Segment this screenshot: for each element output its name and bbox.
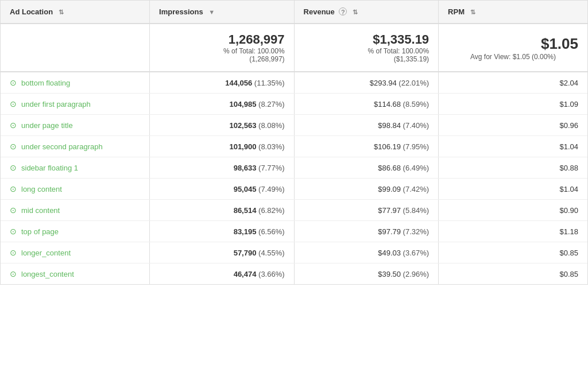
revenue-pct: (6.49%) — [403, 164, 430, 172]
location-name[interactable]: top of page — [21, 227, 59, 236]
sort-icon-impressions: ▼ — [208, 9, 215, 16]
revenue-pct: (7.40%) — [403, 121, 430, 130]
summary-impressions-cell: 1,268,997 % of Total: 100.00% (1,268,997… — [150, 24, 295, 72]
revenue-pct: (7.95%) — [403, 142, 430, 151]
sort-icon-ad-location: ⇅ — [59, 9, 64, 16]
revenue-value: $77.97 — [378, 206, 401, 215]
summary-revenue-sub1: % of Total: 100.00% — [304, 47, 430, 55]
location-name[interactable]: longer_content — [21, 249, 71, 257]
summary-empty-cell — [1, 24, 150, 72]
ad-location-cell: ⊙ top of page — [1, 221, 150, 242]
impressions-pct: (3.66%) — [258, 270, 285, 278]
revenue-cell: $99.09 (7.42%) — [294, 179, 439, 200]
revenue-value: $98.84 — [378, 121, 401, 130]
location-name[interactable]: bottom floating — [21, 79, 70, 87]
col-header-revenue[interactable]: Revenue ? ⇅ — [294, 1, 439, 24]
summary-revenue-cell: $1,335.19 % of Total: 100.00% ($1,335.19… — [294, 24, 439, 72]
summary-row: 1,268,997 % of Total: 100.00% (1,268,997… — [1, 24, 587, 72]
location-name[interactable]: under first paragraph — [21, 100, 91, 108]
rpm-value: $0.88 — [559, 164, 578, 172]
impressions-value: 95,045 — [234, 185, 257, 193]
revenue-pct: (7.32%) — [403, 227, 430, 236]
impressions-pct: (8.08%) — [258, 121, 285, 130]
table-row: ⊙ sidebar floating 1 98,633 (7.77%)$86.6… — [1, 157, 587, 179]
summary-rpm-main: $1.05 — [448, 35, 578, 53]
ad-location-cell: ⊙ long content — [1, 179, 150, 200]
impressions-cell: 101,900 (8.03%) — [150, 136, 295, 157]
location-name[interactable]: sidebar floating 1 — [21, 164, 78, 172]
clock-icon: ⊙ — [10, 163, 17, 172]
impressions-pct: (11.35%) — [254, 79, 285, 87]
summary-impressions-sub2: (1,268,997) — [159, 55, 285, 63]
summary-revenue-sub2: ($1,335.19) — [304, 55, 430, 63]
clock-icon: ⊙ — [10, 206, 17, 215]
clock-icon: ⊙ — [10, 99, 17, 108]
col-header-ad-location[interactable]: Ad Location ⇅ — [1, 1, 150, 24]
impressions-pct: (6.56%) — [258, 227, 285, 236]
location-name[interactable]: under second paragraph — [21, 142, 103, 151]
revenue-value: $86.68 — [378, 164, 401, 172]
clock-icon: ⊙ — [10, 184, 17, 193]
revenue-cell: $97.79 (7.32%) — [294, 221, 439, 242]
table-header: Ad Location ⇅ Impressions ▼ Revenue ? ⇅ … — [1, 1, 587, 24]
impressions-value: 46,474 — [234, 270, 257, 278]
revenue-cell: $39.50 (2.96%) — [294, 264, 439, 285]
rpm-cell: $0.90 — [439, 200, 587, 221]
revenue-value: $293.94 — [370, 79, 397, 87]
location-name[interactable]: mid content — [21, 206, 60, 215]
clock-icon: ⊙ — [10, 78, 17, 87]
clock-icon: ⊙ — [10, 269, 17, 278]
revenue-cell: $86.68 (6.49%) — [294, 157, 439, 179]
clock-icon: ⊙ — [10, 142, 17, 151]
summary-impressions-sub1: % of Total: 100.00% — [159, 47, 285, 55]
impressions-cell: 144,056 (11.35%) — [150, 72, 295, 94]
revenue-value: $99.09 — [378, 185, 401, 193]
location-name[interactable]: long content — [21, 185, 62, 193]
summary-revenue-main: $1,335.19 — [304, 32, 430, 47]
impressions-pct: (7.77%) — [258, 164, 285, 172]
col-header-rpm[interactable]: RPM ⇅ — [439, 1, 587, 24]
revenue-cell: $98.84 (7.40%) — [294, 115, 439, 136]
ad-location-cell: ⊙ longest_content — [1, 264, 150, 285]
impressions-value: 144,056 — [225, 79, 252, 87]
revenue-value: $49.03 — [378, 249, 401, 257]
revenue-cell: $106.19 (7.95%) — [294, 136, 439, 157]
table-row: ⊙ under second paragraph 101,900 (8.03%)… — [1, 136, 587, 157]
rpm-value: $1.09 — [559, 100, 578, 108]
impressions-cell: 86,514 (6.82%) — [150, 200, 295, 221]
revenue-pct: (8.59%) — [403, 100, 430, 108]
impressions-value: 104,985 — [229, 100, 256, 108]
ad-location-cell: ⊙ under second paragraph — [1, 136, 150, 157]
ad-location-cell: ⊙ under page title — [1, 115, 150, 136]
rpm-value: $1.04 — [559, 142, 578, 151]
impressions-cell: 104,985 (8.27%) — [150, 94, 295, 115]
revenue-pct: (22.01%) — [399, 79, 429, 87]
rpm-cell: $0.85 — [439, 264, 587, 285]
revenue-pct: (2.96%) — [403, 270, 430, 278]
impressions-cell: 46,474 (3.66%) — [150, 264, 295, 285]
impressions-value: 83,195 — [234, 227, 257, 236]
rpm-cell: $0.96 — [439, 115, 587, 136]
ad-location-cell: ⊙ longer_content — [1, 242, 150, 264]
rpm-value: $1.04 — [559, 185, 578, 193]
revenue-value: $106.19 — [374, 142, 401, 151]
revenue-value: $97.79 — [378, 227, 401, 236]
revenue-pct: (7.42%) — [403, 185, 430, 193]
rpm-value: $2.04 — [559, 79, 578, 87]
location-name[interactable]: under page title — [21, 121, 73, 130]
rpm-cell: $1.18 — [439, 221, 587, 242]
col-header-impressions[interactable]: Impressions ▼ — [150, 1, 295, 24]
ad-location-cell: ⊙ bottom floating — [1, 72, 150, 94]
location-name[interactable]: longest_content — [21, 270, 74, 278]
impressions-value: 101,900 — [229, 142, 256, 151]
rpm-value: $1.18 — [559, 227, 578, 236]
table-row: ⊙ longest_content 46,474 (3.66%)$39.50 (… — [1, 264, 587, 285]
impressions-cell: 98,633 (7.77%) — [150, 157, 295, 179]
impressions-cell: 83,195 (6.56%) — [150, 221, 295, 242]
impressions-value: 102,563 — [229, 121, 256, 130]
rpm-value: $0.85 — [559, 270, 578, 278]
impressions-pct: (7.49%) — [258, 185, 285, 193]
ad-location-table: Ad Location ⇅ Impressions ▼ Revenue ? ⇅ … — [0, 0, 588, 285]
sort-icon-revenue: ⇅ — [353, 9, 358, 16]
help-icon-revenue[interactable]: ? — [339, 7, 347, 16]
